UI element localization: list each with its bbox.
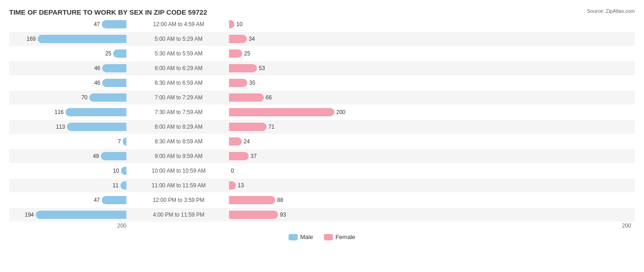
left-bar-wrap: 25 — [21, 49, 126, 58]
time-label: 8:30 AM to 8:59 AM — [128, 138, 229, 145]
time-label: 7:00 AM to 7:29 AM — [128, 94, 229, 101]
male-bar — [102, 64, 126, 72]
female-legend-label: Female — [335, 234, 355, 240]
chart-title: TIME OF DEPARTURE TO WORK BY SEX IN ZIP … — [9, 8, 207, 16]
male-value: 46 — [87, 65, 100, 71]
female-bar — [229, 123, 267, 131]
male-bar — [38, 35, 126, 43]
left-bar-wrap: 113 — [21, 123, 126, 131]
left-bar-wrap: 70 — [21, 93, 126, 102]
left-bar-wrap: 49 — [21, 152, 126, 160]
male-bar — [102, 196, 126, 204]
left-section: 47 — [9, 196, 128, 204]
female-value: 35 — [249, 80, 262, 86]
male-bar — [101, 152, 126, 160]
male-value: 10 — [106, 168, 119, 174]
left-section: 10 — [9, 167, 128, 175]
male-bar — [89, 93, 126, 102]
left-section: 113 — [9, 123, 128, 131]
left-bar-wrap: 10 — [21, 167, 126, 175]
chart-source: Source: ZipAtlas.com — [587, 8, 635, 14]
male-value: 47 — [87, 21, 100, 27]
right-section: 93 — [229, 211, 635, 219]
male-bar — [65, 108, 126, 116]
chart-container: TIME OF DEPARTURE TO WORK BY SEX IN ZIP … — [0, 0, 644, 250]
time-label: 5:00 AM to 5:29 AM — [128, 36, 229, 42]
male-bar — [67, 123, 126, 131]
left-bar-wrap: 46 — [21, 64, 126, 72]
time-label: 12:00 PM to 3:59 PM — [128, 197, 229, 203]
time-label: 8:00 AM to 8:29 AM — [128, 124, 229, 130]
male-legend-box — [289, 234, 298, 240]
bar-row: 7 8:30 AM to 8:59 AM 24 — [9, 135, 635, 148]
female-value: 71 — [268, 124, 281, 130]
female-value: 34 — [249, 36, 262, 42]
male-value: 25 — [98, 50, 111, 57]
time-label: 4:00 PM to 11:59 PM — [128, 212, 229, 218]
female-value: 66 — [266, 94, 278, 101]
right-section: 0 — [229, 167, 635, 175]
female-bar — [229, 137, 242, 146]
right-section: 88 — [229, 196, 635, 204]
axis-right-label: 200 — [229, 223, 635, 229]
left-section: 7 — [9, 137, 128, 146]
bar-row: 11 11:00 AM to 11:59 AM 13 — [9, 179, 635, 192]
female-value: 25 — [244, 50, 257, 57]
female-bar — [229, 108, 334, 116]
axis-left-label: 200 — [9, 223, 128, 229]
female-value: 13 — [238, 182, 251, 189]
left-bar-wrap: 169 — [21, 35, 126, 43]
male-legend-label: Male — [300, 234, 313, 240]
bar-row: 46 6:00 AM to 6:29 AM 53 — [9, 61, 635, 75]
male-value: 47 — [87, 197, 100, 203]
male-value: 11 — [106, 182, 119, 189]
time-label: 7:30 AM to 7:59 AM — [128, 109, 229, 115]
right-section: 34 — [229, 35, 635, 43]
male-value: 169 — [23, 36, 36, 42]
left-section: 25 — [9, 49, 128, 58]
bar-row: 47 12:00 PM to 3:59 PM 88 — [9, 193, 635, 207]
male-value: 116 — [51, 109, 64, 115]
female-value: 0 — [231, 168, 244, 174]
female-value: 53 — [259, 65, 272, 71]
left-bar-wrap: 46 — [21, 79, 126, 87]
male-bar — [123, 137, 126, 146]
male-value: 46 — [87, 80, 100, 86]
left-section: 49 — [9, 152, 128, 160]
female-value: 37 — [251, 153, 263, 159]
time-label: 6:30 AM to 6:59 AM — [128, 80, 229, 86]
right-section: 24 — [229, 137, 635, 146]
bar-row: 70 7:00 AM to 7:29 AM 66 — [9, 91, 635, 104]
left-section: 169 — [9, 35, 128, 43]
right-section: 10 — [229, 20, 635, 28]
female-value: 93 — [280, 212, 293, 218]
right-section: 25 — [229, 49, 635, 58]
bar-row: 47 12:00 AM to 4:59 AM 10 — [9, 17, 635, 31]
bar-row: 25 5:30 AM to 5:59 AM 25 — [9, 47, 635, 60]
bar-row: 169 5:00 AM to 5:29 AM 34 — [9, 32, 635, 46]
left-section: 11 — [9, 181, 128, 190]
left-bar-wrap: 11 — [21, 181, 126, 190]
right-section: 200 — [229, 108, 635, 116]
male-bar — [36, 211, 126, 219]
female-bar — [229, 79, 247, 87]
female-value: 24 — [244, 138, 257, 145]
female-bar — [229, 196, 275, 204]
bar-row: 194 4:00 PM to 11:59 PM 93 — [9, 208, 635, 222]
chart-area: 47 12:00 AM to 4:59 AM 10 169 5:00 AM to… — [9, 17, 635, 222]
male-value: 113 — [52, 124, 65, 130]
female-bar — [229, 93, 264, 102]
legend-male: Male — [289, 234, 313, 240]
bar-row: 49 9:00 AM to 9:59 AM 37 — [9, 149, 635, 163]
female-value: 88 — [277, 197, 290, 203]
right-section: 53 — [229, 64, 635, 72]
left-section: 194 — [9, 211, 128, 219]
female-bar — [229, 64, 257, 72]
bar-row: 10 10:00 AM to 10:59 AM 0 — [9, 164, 635, 178]
male-bar — [120, 181, 126, 190]
male-bar — [102, 20, 126, 28]
female-bar — [229, 181, 236, 190]
axis-row: 200 200 — [9, 223, 635, 229]
left-bar-wrap: 194 — [21, 211, 126, 219]
left-bar-wrap: 47 — [21, 196, 126, 204]
